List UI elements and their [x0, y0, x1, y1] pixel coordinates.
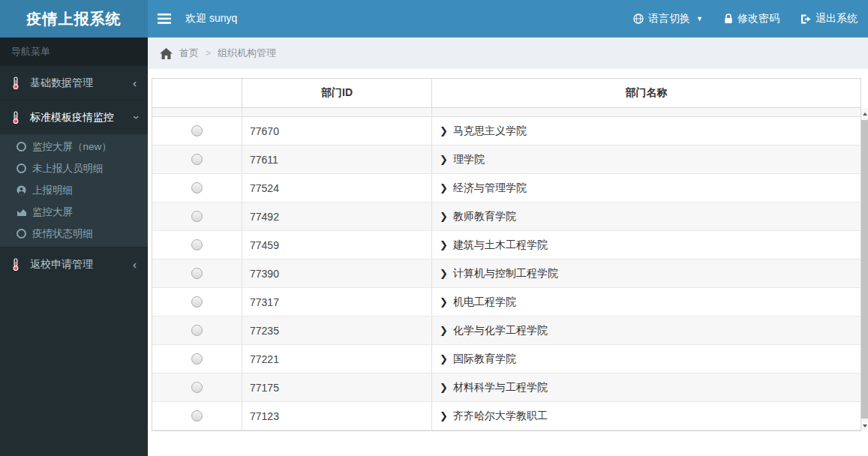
area-chart-icon [17, 208, 32, 217]
row-select-cell [152, 260, 242, 287]
sidebar-item-basic-data[interactable]: 基础数据管理 ‹ [0, 65, 148, 100]
table-row: 77390 ❯ 计算机与控制工程学院 [152, 260, 860, 288]
row-radio-button[interactable] [191, 353, 203, 364]
table-row: 77175 ❯ 材料科学与工程学院 [152, 374, 860, 402]
dept-name-cell[interactable]: ❯ 机电工程学院 [432, 288, 860, 316]
main-header: 疫情上报系统 欢迎 sunyq 语言切换 ▼ [0, 0, 868, 38]
row-radio-button[interactable] [191, 154, 203, 165]
row-select-cell [152, 316, 242, 344]
caret-down-icon: ▼ [696, 15, 703, 22]
dept-name-cell[interactable]: ❯ 国际教育学院 [432, 345, 860, 373]
table-header-select [152, 79, 242, 107]
table-row: 77123 ❯ 齐齐哈尔大学教职工 [152, 402, 860, 430]
dept-id-cell: 77670 [242, 117, 432, 145]
sidebar-item-not-reported-detail[interactable]: 未上报人员明细 [0, 158, 148, 179]
dept-name-cell[interactable]: ❯ 经济与管理学院 [432, 174, 860, 202]
dept-name-cell[interactable]: ❯ 材料科学与工程学院 [432, 374, 860, 401]
dept-id-cell: 77390 [242, 260, 432, 287]
submenu-item-label: 监控大屏 [32, 206, 73, 219]
row-radio-button[interactable] [191, 239, 203, 250]
hamburger-icon [158, 14, 171, 24]
row-radio-button[interactable] [191, 296, 203, 308]
language-icon [633, 14, 644, 24]
row-radio-button[interactable] [191, 268, 203, 279]
chevron-right-icon: ❯ [440, 410, 448, 422]
row-select-cell [152, 374, 242, 401]
language-switch-label: 语言切换 [648, 12, 690, 26]
table-row: 77317 ❯ 机电工程学院 [152, 288, 860, 316]
dept-name-cell[interactable]: ❯ 化学与化学工程学院 [432, 316, 860, 344]
row-radio-button[interactable] [191, 410, 203, 422]
chevron-right-icon: ❯ [440, 239, 448, 250]
table-row: 77524 ❯ 经济与管理学院 [152, 174, 860, 202]
table-header-dept-name[interactable]: 部门名称 [432, 79, 860, 107]
scrollbar-up-button[interactable] [861, 108, 868, 119]
row-radio-button[interactable] [191, 211, 203, 222]
sidebar-item-report-detail[interactable]: 上报明细 [0, 179, 148, 201]
change-password-label: 修改密码 [737, 12, 779, 26]
sidebar-item-return-school-apply[interactable]: 返校申请管理 ‹ [0, 247, 148, 281]
dept-name-cell[interactable]: ❯ 建筑与土木工程学院 [432, 231, 860, 259]
row-radio-button[interactable] [191, 182, 203, 194]
chevron-left-icon: ‹ [133, 259, 137, 270]
submenu-item-label: 上报明细 [32, 184, 73, 197]
breadcrumb-home-link[interactable]: 首页 [179, 46, 199, 60]
language-switch-button[interactable]: 语言切换 ▼ [623, 0, 713, 38]
dept-name: 材料科学与工程学院 [453, 381, 548, 394]
row-select-cell [152, 345, 242, 373]
sidebar-toggle-button[interactable] [148, 0, 181, 38]
dept-name-cell[interactable]: ❯ 理学院 [432, 146, 860, 173]
row-select-cell [152, 117, 242, 145]
circle-o-icon [17, 229, 32, 238]
dept-name: 经济与管理学院 [453, 182, 527, 195]
table-row: 77235 ❯ 化学与化学工程学院 [152, 316, 860, 345]
department-table: 部门ID 部门名称 77670 ❯ 马克思主义学院 [152, 78, 861, 431]
change-password-button[interactable]: 修改密码 [713, 0, 790, 38]
scrollbar-thumb[interactable] [861, 120, 868, 418]
sidebar-item-label: 返校申请管理 [30, 258, 93, 272]
chevron-right-icon: ❯ [440, 211, 448, 222]
dept-name: 马克思主义学院 [453, 124, 527, 138]
row-select-cell [152, 174, 242, 202]
table-row: 77459 ❯ 建筑与土木工程学院 [152, 231, 860, 260]
sidebar-item-monitor-screen-new[interactable]: 监控大屏（new） [0, 136, 148, 158]
table-row: 77492 ❯ 教师教育学院 [152, 202, 860, 231]
dept-name: 国际教育学院 [453, 352, 516, 366]
circle-o-icon [17, 142, 32, 152]
dept-name-cell[interactable]: ❯ 教师教育学院 [432, 202, 860, 230]
dept-name-cell[interactable]: ❯ 齐齐哈尔大学教职工 [432, 402, 860, 430]
content-area: 首页 > 组织机构管理 部门ID 部门名称 77670 ❯ [148, 38, 868, 456]
table-header-row: 部门ID 部门名称 [152, 78, 861, 108]
row-radio-button[interactable] [191, 125, 203, 136]
sidebar-item-epidemic-status-detail[interactable]: 疫情状态明细 [0, 223, 148, 244]
submenu-item-label: 疫情状态明细 [32, 227, 93, 241]
thermometer-icon [11, 76, 30, 89]
dept-name: 齐齐哈尔大学教职工 [453, 410, 548, 423]
chevron-left-icon: ‹ [133, 77, 137, 88]
top-navbar: 欢迎 sunyq 语言切换 ▼ [148, 0, 868, 38]
row-radio-button[interactable] [191, 382, 203, 393]
table-scrollbar[interactable] [861, 108, 868, 431]
triangle-up-icon [863, 112, 867, 116]
scrollbar-down-button[interactable] [861, 420, 868, 431]
dept-id-cell: 77492 [242, 202, 432, 230]
table-header-dept-id[interactable]: 部门ID [242, 79, 432, 107]
logout-button[interactable]: 退出系统 [790, 0, 868, 38]
dept-name-cell[interactable]: ❯ 马克思主义学院 [432, 117, 860, 145]
breadcrumb-current: 组织机构管理 [218, 46, 276, 60]
dept-name-cell[interactable]: ❯ 计算机与控制工程学院 [432, 260, 860, 287]
dept-name: 理学院 [453, 153, 485, 166]
circle-o-icon [17, 164, 32, 173]
sidebar-item-label: 标准模板疫情监控 [30, 111, 114, 124]
chevron-right-icon: ❯ [440, 296, 448, 308]
triangle-down-icon [863, 424, 867, 428]
row-radio-button[interactable] [191, 325, 203, 336]
sign-out-icon [800, 14, 811, 24]
sidebar-item-label: 基础数据管理 [30, 76, 93, 90]
chevron-right-icon: ❯ [440, 268, 448, 279]
table-row: 77611 ❯ 理学院 [152, 146, 860, 174]
submenu-item-label: 监控大屏（new） [32, 140, 112, 154]
sidebar-item-standard-template-monitor[interactable]: 标准模板疫情监控 ‹ [0, 100, 148, 134]
app-logo[interactable]: 疫情上报系统 [0, 0, 148, 38]
sidebar-item-monitor-screen[interactable]: 监控大屏 [0, 201, 148, 223]
